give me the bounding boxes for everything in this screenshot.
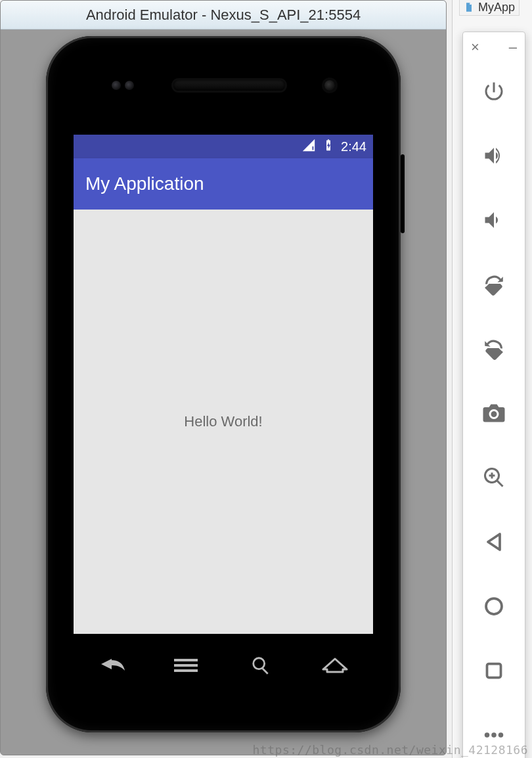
menu-icon [174,658,198,673]
emulator-window: Android Emulator - Nexus_S_API_21:5554 [0,0,447,755]
svg-point-7 [253,658,264,669]
volume-down-icon [482,208,506,232]
back-key[interactable] [92,652,131,679]
app-action-bar: My Application [74,158,373,210]
app-title: My Application [85,173,204,194]
watermark-text: https://blog.csdn.net/weixin_42128166 [253,743,528,757]
android-status-bar: 2:44 [74,135,373,158]
svg-point-13 [499,732,504,738]
back-icon [96,658,127,673]
nav-overview-icon [482,659,506,682]
rotate-right-icon [482,337,506,361]
svg-point-9 [486,598,502,614]
toolbar-header: × – [463,32,525,60]
zoom-in-icon [482,466,506,489]
menu-key[interactable] [166,652,206,679]
nav-home-icon [482,594,506,618]
emulator-body: 2:44 My Application Hello World! [1,30,446,755]
ide-tab-label: MyApp [478,1,515,14]
file-icon [464,2,474,12]
close-button[interactable]: × [471,39,479,56]
device-frame: 2:44 My Application Hello World! [46,36,401,732]
volume-up-icon [482,144,506,167]
device-soft-keys [92,652,355,679]
device-screen[interactable]: 2:44 My Application Hello World! [74,135,373,634]
rotate-left-button[interactable] [478,269,510,300]
search-icon [251,656,271,675]
svg-rect-10 [487,664,501,678]
emulator-titlebar[interactable]: Android Emulator - Nexus_S_API_21:5554 [1,1,446,30]
svg-rect-4 [174,659,198,661]
home-icon [322,658,348,673]
minimize-button[interactable]: – [509,39,517,56]
status-clock: 2:44 [341,139,366,154]
svg-rect-8 [261,668,268,675]
power-button[interactable] [478,76,510,107]
app-content-area: Hello World! [74,210,373,634]
front-camera-icon [324,80,335,91]
svg-rect-5 [174,664,198,667]
signal-icon [301,138,316,156]
proximity-sensor-icon [112,81,134,90]
earpiece-speaker-icon [173,80,285,91]
battery-icon [322,138,334,156]
svg-rect-6 [174,669,198,672]
hello-world-text: Hello World! [184,413,262,430]
svg-rect-3 [313,146,314,150]
nav-home-button[interactable] [478,591,510,622]
device-top-sensors [46,36,401,135]
ide-file-tab[interactable]: MyApp [459,0,520,16]
nav-overview-button[interactable] [478,655,510,686]
emulator-title: Android Emulator - Nexus_S_API_21:5554 [86,7,361,24]
nav-back-button[interactable] [478,526,510,558]
search-key[interactable] [241,652,280,679]
zoom-button[interactable] [478,462,510,493]
svg-point-12 [491,732,497,738]
rotate-right-button[interactable] [478,333,510,365]
camera-icon [482,401,506,425]
home-key[interactable] [315,652,355,679]
volume-down-button[interactable] [478,204,510,236]
emulator-toolbar: × – [462,32,525,758]
volume-up-button[interactable] [478,140,510,171]
svg-point-11 [485,732,490,738]
rotate-left-icon [482,273,506,296]
power-icon [482,79,506,103]
screenshot-button[interactable] [478,397,510,429]
nav-back-icon [482,530,506,554]
